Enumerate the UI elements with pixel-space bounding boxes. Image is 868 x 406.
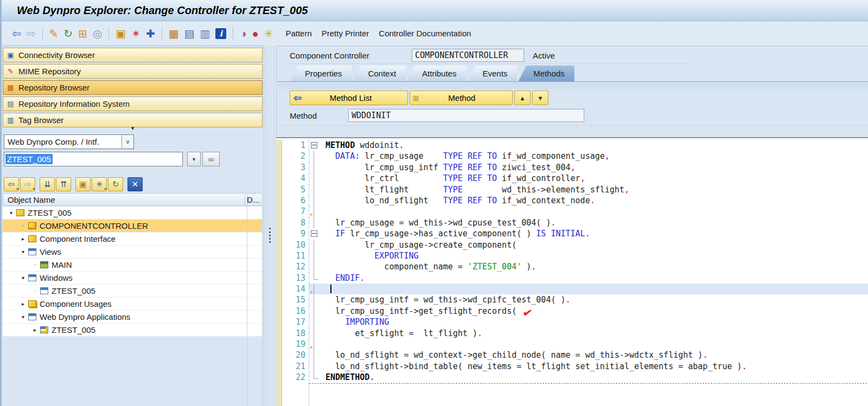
code-line-6[interactable]: 6 lo_nd_sflight TYPE REF TO if_wd_contex… [276,195,868,206]
code-line-3[interactable]: 3 lr_cmp_usg_intf TYPE REF TO ziwci_test… [276,162,868,173]
code-line-1[interactable]: 1METHOD wddoinit. [276,140,868,151]
code-text[interactable]: lr_cmp_usg_intf->get_sflight_records( ✔ [320,306,868,317]
previous-method-button[interactable]: ▲ [514,91,531,105]
display-options-button[interactable]: ✳▾ [92,177,107,191]
history-dropdown-button[interactable]: ▼ [187,152,201,166]
code-text[interactable]: METHOD wddoinit. [320,140,868,151]
tab-events[interactable]: Events [467,66,517,81]
close-browser-button[interactable]: ✕ [127,177,143,191]
tree-item-ztest-005[interactable]: ·ZTEST_005 [3,285,263,298]
code-line-14[interactable]: 14▶ [276,283,868,294]
code-text[interactable] [320,283,868,294]
tree-item-ztest-005[interactable]: ▾ZTEST_005 [3,207,263,220]
code-line-21[interactable]: 21 lo_nd_sflight->bind_table( new_items … [276,361,868,372]
code-text[interactable]: ENDMETHOD. [320,372,868,383]
code-text[interactable]: lt_flight TYPE wd_this->elements_sflight… [320,184,868,195]
code-text[interactable] [320,339,868,350]
tree-expand-arrow[interactable]: ▾ [19,275,27,281]
code-text[interactable]: IF lr_cmp_usage->has_active_component( )… [320,228,868,239]
tab-methods[interactable]: Methods [518,66,575,81]
sidebar-item-mime-repository[interactable]: ✎MIME Repository [3,64,263,79]
code-line-13[interactable]: 13 ENDIF. [276,273,868,283]
fold-column[interactable] [309,140,320,151]
code-text[interactable]: lo_nd_sflight->bind_table( new_items = l… [320,361,868,372]
code-text[interactable]: ENDIF. [320,273,868,283]
code-text[interactable]: lo_nd_sflight TYPE REF TO if_wd_context_… [320,195,868,206]
next-method-button[interactable]: ▼ [532,91,548,105]
nav-forward-button[interactable]: ⇨▾ [20,177,35,191]
tab-properties[interactable]: Properties [290,66,352,81]
code-text[interactable]: lr_cmp_usage->create_component( [320,240,868,250]
back-icon[interactable]: ⇦ [12,28,21,39]
sidebar-item-connectivity-browser[interactable]: ▣Connectivity Browser [3,48,263,62]
refresh-tree-button[interactable]: ↻ [108,177,123,191]
code-text[interactable]: IMPORTING [320,317,868,327]
code-text[interactable]: lr_cmp_usg_intf TYPE REF TO ziwci_test_0… [320,162,868,173]
tree-expand-arrow[interactable]: ▾ [19,249,27,255]
code-text[interactable]: lr_ctrl TYPE REF TO if_wd_controller, [320,173,868,184]
magic-wand-icon[interactable]: ✶ [131,28,141,39]
column-object-name[interactable]: Object Name [3,195,245,204]
code-line-11[interactable]: 11 EXPORTING [276,250,868,261]
code-text[interactable]: DATA: lr_cmp_usage TYPE REF TO if_wd_com… [320,151,868,162]
structure-icon[interactable]: ▦ [169,28,179,39]
table-view-icon[interactable]: ▥ [200,28,210,39]
refresh-icon[interactable]: ↻ [63,28,73,39]
code-text[interactable]: lo_nd_sflight = wd_context->get_child_no… [320,350,868,360]
runtime-analysis-icon[interactable]: ◑ [240,28,246,39]
code-line-2[interactable]: 2 DATA: lr_cmp_usage TYPE REF TO if_wd_c… [276,151,868,162]
code-line-5[interactable]: 5 lt_flight TYPE wd_this->elements_sflig… [276,184,868,195]
code-line-16[interactable]: 16 lr_cmp_usg_intf->get_sflight_records(… [276,306,868,317]
tree-item-web-dynpro-applications[interactable]: ▾Web Dynpro Applications [3,311,263,324]
code-line-22[interactable]: 22ENDMETHOD. [276,372,868,383]
fold-collapse-icon[interactable] [311,230,317,237]
navigate-icon[interactable]: ✚ [146,28,155,39]
toolbar-button-pattern[interactable]: Pattern [285,29,311,38]
method-button[interactable]: ⊞ Method [410,91,513,105]
tree-expand-arrow[interactable]: ▸ [31,327,39,333]
code-text[interactable]: EXPORTING [320,250,868,261]
copy-icon[interactable]: ⊞ [78,28,87,39]
forward-icon[interactable]: ⇨ [27,28,36,39]
code-text[interactable]: component_name = 'ZTEST_004' ). [320,261,868,272]
toolbar-button-controller-documentation[interactable]: Controller Documentation [379,29,471,38]
tree-item-windows[interactable]: ▾Windows [3,272,263,285]
code-line-7[interactable]: 7▶ [276,206,868,217]
sidebar-item-repository-browser[interactable]: ▦Repository Browser [3,80,263,95]
code-line-19[interactable]: 19▶ [276,339,868,350]
nav-back-button[interactable]: ⇦▾ [4,177,19,191]
code-text[interactable]: et_sflight = lt_flight ). [320,328,868,339]
code-line-8[interactable]: 8 lr_cmp_usage = wd_this->wd_cpuse_test_… [276,217,868,228]
code-line-4[interactable]: 4 lr_ctrl TYPE REF TO if_wd_controller, [276,173,868,184]
tree-expand-arrow[interactable]: ▾ [19,314,27,320]
hierarchy-button[interactable]: ▣ [75,177,91,191]
sidebar-item-repository-information-system[interactable]: ▤Repository Information System [3,96,263,111]
object-type-select[interactable]: Web Dynpro Comp. / Intf. ∨ [4,134,134,149]
tab-attributes[interactable]: Attributes [407,66,466,81]
collapse-arrow-icon[interactable]: ▾ [2,125,264,132]
code-text[interactable]: lr_cmp_usg_intf = wd_this->wd_cpifc_test… [320,294,868,305]
chevron-down-icon[interactable]: ∨ [122,135,133,149]
tree-expand-arrow[interactable]: ▾ [7,210,15,216]
pattern-wand-icon[interactable]: ✳ [264,28,273,39]
code-text[interactable] [320,206,868,217]
fold-collapse-icon[interactable] [311,142,317,149]
splitter-handle[interactable] [269,228,271,243]
display-change-icon[interactable]: ✎ [49,28,59,39]
code-text[interactable]: lr_cmp_usage = wd_this->wd_cpuse_test_00… [320,217,868,228]
tree-expand-arrow[interactable]: ▸ [19,301,27,307]
code-line-20[interactable]: 20 lo_nd_sflight = wd_context->get_child… [276,350,868,360]
object-name-input[interactable]: ZTEST_005 [4,152,183,166]
hierarchy-arrow-icon[interactable]: ▣ [116,28,126,39]
method-list-button[interactable]: ⇦ Method List [290,91,408,105]
tree-item-views[interactable]: ▾Views [3,246,263,259]
tree-item-main[interactable]: ·MAIN [3,259,263,272]
panel-splitter[interactable] [264,46,277,406]
sql-trace-icon[interactable]: ● [252,28,259,39]
toolbar-button-pretty-printer[interactable]: Pretty Printer [322,29,369,38]
code-line-12[interactable]: 12 component_name = 'ZTEST_004' ). [276,261,868,272]
spiral-icon[interactable]: ◎ [93,28,102,39]
tree-item-component-interface[interactable]: ▸Component Interface [3,233,263,246]
code-line-17[interactable]: 17 IMPORTING [276,317,868,327]
tree-item-component-usages[interactable]: ▸Component Usages [3,298,263,311]
